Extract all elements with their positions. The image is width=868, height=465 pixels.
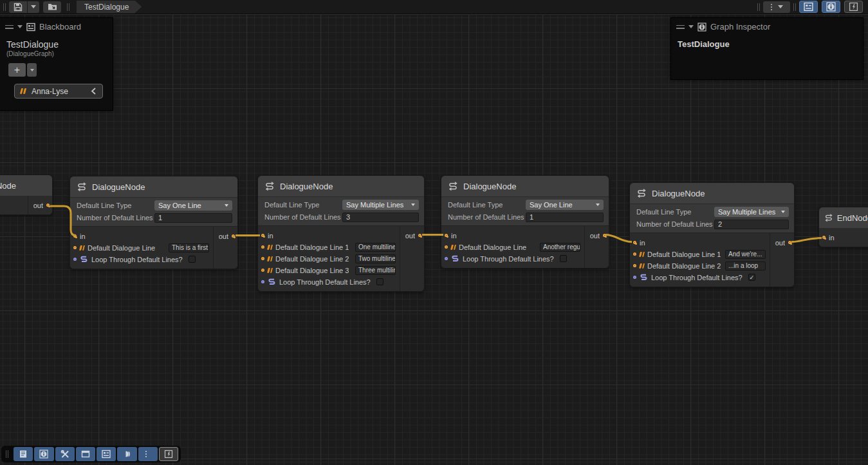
out-port[interactable] [232, 234, 235, 238]
info-icon [39, 450, 48, 459]
tools-toggle-button[interactable] [55, 447, 75, 461]
dialogue-line-port[interactable] [633, 264, 636, 267]
inspector-selection: TestDialogue [671, 34, 863, 49]
dialogue-line-port[interactable] [73, 246, 77, 249]
line-type-dropdown[interactable]: Say Multiple Lines [714, 207, 789, 217]
add-variable-dropdown[interactable] [27, 63, 37, 77]
num-lines-field[interactable]: 3 [342, 213, 419, 222]
save-dropdown-button[interactable] [28, 1, 39, 13]
dialogue-line-field[interactable]: Another regu [540, 243, 580, 252]
blackboard-panel: Blackboard TestDialogue (DialogueGraph) … [0, 17, 113, 111]
toolbar-drag-handle[interactable] [67, 3, 69, 11]
out-port-label: out [590, 232, 600, 240]
node-title-bar[interactable]: DialogueNode [258, 176, 424, 196]
port-label: Default Dialogue Line [88, 244, 155, 252]
flow-node-icon [636, 188, 647, 198]
num-lines-field[interactable]: 1 [526, 213, 604, 222]
dialogue-node-3[interactable]: DialogueNode Default Line Type Say One L… [441, 175, 609, 269]
dialogue-line-field[interactable]: Three multilin [355, 266, 396, 275]
toolbar-drag-handle[interactable] [6, 450, 8, 458]
blackboard-variable-row[interactable]: Anna-Lyse [14, 84, 103, 99]
node-title-bar[interactable]: DialogueNode [441, 176, 609, 196]
num-lines-field[interactable]: 2 [714, 220, 789, 229]
dialogue-line-port[interactable] [633, 252, 636, 256]
drag-handle-icon[interactable] [5, 25, 14, 29]
dialogue-node-2[interactable]: DialogueNode Default Line Type Say Multi… [257, 175, 425, 292]
dialogue-line-field[interactable]: This is a first [169, 243, 209, 252]
window-toggle-button[interactable] [76, 447, 95, 461]
loop-checkbox[interactable] [376, 278, 383, 285]
dialogue-line-port[interactable] [261, 257, 264, 260]
out-port[interactable] [788, 241, 791, 244]
node-title-bar[interactable]: EndNode [819, 207, 868, 228]
open-graph-button[interactable] [43, 1, 61, 13]
line-type-dropdown[interactable]: Say Multiple Lines [342, 200, 419, 210]
toolbar-drag-handle[interactable] [3, 3, 6, 11]
collapse-arrow-icon[interactable] [688, 25, 694, 28]
blackboard-header[interactable]: Blackboard [0, 18, 113, 34]
blackboard-toggle-button[interactable] [97, 447, 116, 461]
graph-editor-window: Node kerName out DialogueNode [0, 0, 868, 465]
out-port[interactable] [418, 234, 421, 237]
in-port[interactable] [633, 241, 636, 244]
kebab-menu-icon [771, 4, 772, 10]
inspector-toggle-button[interactable] [822, 1, 840, 13]
preview-toggle-button[interactable] [159, 447, 178, 461]
prop-label: Default Line Type [448, 201, 526, 209]
node-title-bar[interactable]: DialogueNode [630, 183, 794, 204]
in-port[interactable] [822, 236, 826, 239]
dialogue-node-1[interactable]: DialogueNode Default Line Type Say One L… [69, 176, 238, 269]
chevron-left-icon[interactable] [91, 88, 97, 95]
loop-checkbox[interactable]: ✓ [748, 274, 755, 281]
node-title: DialogueNode [280, 182, 333, 191]
line-type-dropdown[interactable]: Say One Line [526, 200, 604, 210]
node-title-bar[interactable]: Node [0, 175, 52, 196]
out-port[interactable] [46, 204, 50, 207]
dialogue-node-4[interactable]: DialogueNode Default Line Type Say Multi… [629, 182, 795, 287]
dialogue-line-field[interactable]: One multiline [355, 243, 396, 252]
dialogue-line-port[interactable] [261, 269, 264, 272]
loop-bool-port[interactable] [633, 276, 636, 279]
loop-checkbox[interactable] [189, 256, 196, 263]
overflow-menu-button[interactable] [763, 1, 790, 13]
panel-title: Blackboard [39, 22, 81, 32]
dialogue-line-field[interactable]: And we're... [725, 250, 766, 259]
inspector-info-icon [697, 23, 706, 32]
loop-bool-port[interactable] [445, 257, 448, 260]
more-options-button[interactable] [138, 447, 158, 461]
node-title-bar[interactable]: DialogueNode [70, 176, 237, 197]
inspector-header[interactable]: Graph Inspector [671, 18, 863, 34]
quote-icon [20, 88, 26, 94]
preview-toggle-button[interactable] [844, 1, 863, 13]
console-toggle-button[interactable] [14, 447, 33, 461]
collapse-arrow-icon[interactable] [17, 25, 23, 28]
drag-handle-icon[interactable] [676, 25, 685, 29]
port-label: Default Dialogue Line 2 [275, 255, 349, 263]
in-port[interactable] [261, 234, 264, 237]
dropdown-arrow-icon [596, 204, 600, 206]
add-variable-button[interactable]: + [8, 63, 26, 77]
dialogue-line-port[interactable] [445, 245, 448, 249]
node-title: EndNode [837, 213, 868, 223]
in-port[interactable] [445, 234, 448, 237]
dialogue-line-field[interactable]: ...in a loop [725, 261, 766, 270]
out-port-label: out [405, 232, 415, 240]
flow-node-icon [77, 182, 87, 192]
dropdown-arrow-icon [31, 5, 36, 8]
loop-bool-port[interactable] [261, 280, 264, 283]
num-lines-field[interactable]: 1 [154, 213, 232, 223]
minimap-toggle-button[interactable] [117, 447, 136, 461]
dialogue-line-field[interactable]: Two multiline [355, 254, 396, 263]
toolbar-drag-handle[interactable] [757, 3, 760, 11]
blackboard-toggle-button[interactable] [799, 1, 818, 13]
graph-tab[interactable]: TestDialogue [77, 1, 142, 14]
loop-bool-port[interactable] [73, 258, 77, 261]
save-button[interactable] [9, 1, 27, 13]
dialogue-line-port[interactable] [261, 245, 264, 249]
toolbar-drag-handle[interactable] [793, 3, 796, 11]
end-node[interactable]: EndNode in [818, 207, 868, 247]
speaker-node-partial[interactable]: Node kerName out [0, 175, 53, 215]
info-toggle-button[interactable] [34, 447, 53, 461]
line-type-dropdown[interactable]: Say One Line [154, 200, 232, 211]
loop-checkbox[interactable] [560, 255, 567, 262]
